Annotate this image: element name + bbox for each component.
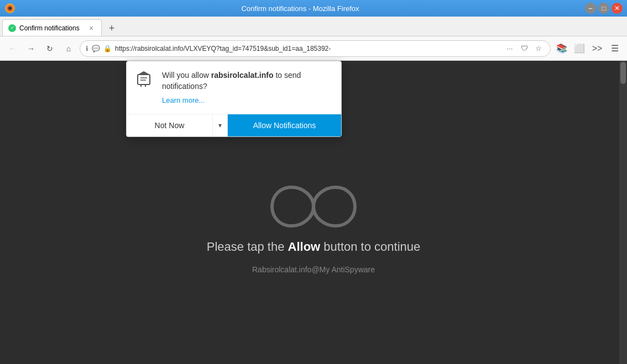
url-actions: ··· 🛡 ☆ xyxy=(504,43,545,55)
info-icon: ℹ xyxy=(86,45,88,52)
tab-close-button[interactable]: × xyxy=(87,24,96,33)
allow-notifications-button[interactable]: Allow Notifications xyxy=(228,114,341,136)
infinity-symbol-icon xyxy=(269,184,358,229)
extensions-icon[interactable]: >> xyxy=(589,41,605,56)
url-bar[interactable]: ℹ 💬 🔒 https://rabsirolcalat.info/VLXVEYQ… xyxy=(80,40,551,57)
notification-bell-icon xyxy=(135,70,155,90)
chat-icon: 💬 xyxy=(92,45,100,52)
library-icon[interactable]: 📚 xyxy=(554,41,569,56)
page-footer: Rabsirolcalat.info@My AntiSpyware xyxy=(252,265,375,274)
active-tab[interactable]: ✓ Confirm notifications × xyxy=(2,19,102,36)
tab-label: Confirm notifications xyxy=(19,24,80,32)
maximize-button[interactable]: □ xyxy=(598,3,609,14)
tab-bar: ✓ Confirm notifications × + xyxy=(0,17,627,36)
new-tab-button[interactable]: + xyxy=(104,20,119,36)
page-bg-content: Please tap the Allow button to continue … xyxy=(207,184,420,274)
svg-point-2 xyxy=(8,7,12,10)
page-message: Please tap the Allow button to continue xyxy=(207,240,420,254)
svg-rect-3 xyxy=(138,75,150,85)
scrollbar[interactable] xyxy=(619,61,627,364)
title-bar-controls: – □ ✕ xyxy=(585,3,623,14)
popup-buttons: Not Now ▾ Allow Notifications xyxy=(127,114,341,136)
reload-button[interactable]: ↻ xyxy=(42,41,58,56)
url-text: https://rabsirolcalat.info/VLXVEYQ?tag_i… xyxy=(115,45,500,52)
minimize-button[interactable]: – xyxy=(585,3,596,14)
page-message-prefix: Please tap the xyxy=(207,240,288,254)
page-message-suffix: button to continue xyxy=(320,240,420,254)
popup-text: Will you allow rabsirolcalat.info to sen… xyxy=(162,70,332,105)
close-window-button[interactable]: ✕ xyxy=(612,3,623,14)
bookmark-icon[interactable]: ☆ xyxy=(532,43,545,55)
popup-message: Will you allow rabsirolcalat.info to sen… xyxy=(162,70,332,92)
scrollbar-thumb[interactable] xyxy=(620,62,626,84)
not-now-dropdown-button[interactable]: ▾ xyxy=(213,114,228,136)
popup-domain: rabsirolcalat.info xyxy=(211,71,274,80)
page-message-bold: Allow xyxy=(288,240,321,254)
not-now-button[interactable]: Not Now xyxy=(127,114,213,136)
lock-icon: 🔒 xyxy=(103,45,112,52)
forward-button[interactable]: → xyxy=(23,41,39,56)
title-bar: Confirm notifications - Mozilla Firefox … xyxy=(0,0,627,17)
firefox-logo-icon xyxy=(4,3,15,14)
home-button[interactable]: ⌂ xyxy=(61,41,76,56)
allow-label: Allow Notifications xyxy=(253,121,316,130)
browser-content: Will you allow rabsirolcalat.info to sen… xyxy=(0,61,627,364)
learn-more-link[interactable]: Learn more... xyxy=(162,96,205,104)
pocket-icon[interactable]: 🛡 xyxy=(518,43,530,55)
svg-marker-4 xyxy=(138,71,150,75)
menu-button[interactable]: ☰ xyxy=(607,41,623,56)
toolbar-right: 📚 ⬜ >> ☰ xyxy=(554,41,623,56)
synced-tabs-icon[interactable]: ⬜ xyxy=(572,41,587,56)
address-bar: ← → ↻ ⌂ ℹ 💬 🔒 https://rabsirolcalat.info… xyxy=(0,36,627,61)
popup-message-prefix: Will you allow xyxy=(162,71,211,80)
title-bar-left xyxy=(4,3,15,14)
popup-content: Will you allow rabsirolcalat.info to sen… xyxy=(127,61,341,109)
tab-favicon-icon: ✓ xyxy=(8,24,16,32)
more-url-button[interactable]: ··· xyxy=(504,43,516,55)
title-bar-title: Confirm notifications - Mozilla Firefox xyxy=(15,4,585,13)
not-now-label: Not Now xyxy=(155,121,185,130)
notification-popup: Will you allow rabsirolcalat.info to sen… xyxy=(126,61,342,137)
back-button[interactable]: ← xyxy=(4,41,20,56)
